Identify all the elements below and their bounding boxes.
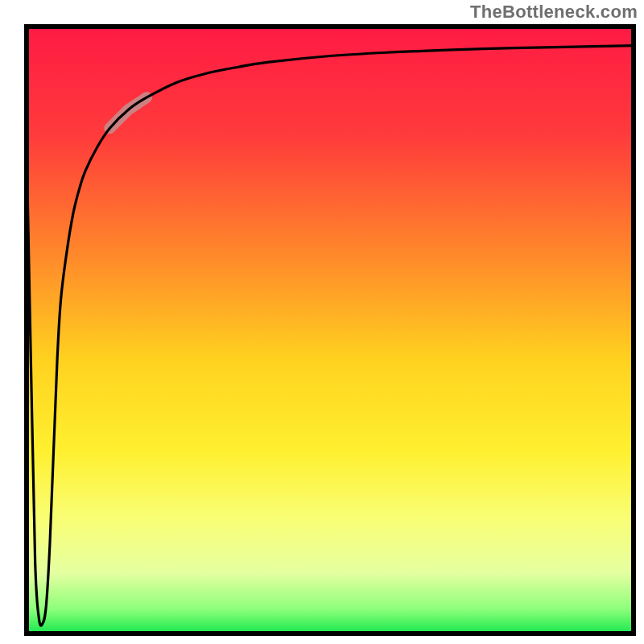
chart-stage: TheBottleneck.com [0,0,644,644]
bottleneck-chart [0,0,644,644]
